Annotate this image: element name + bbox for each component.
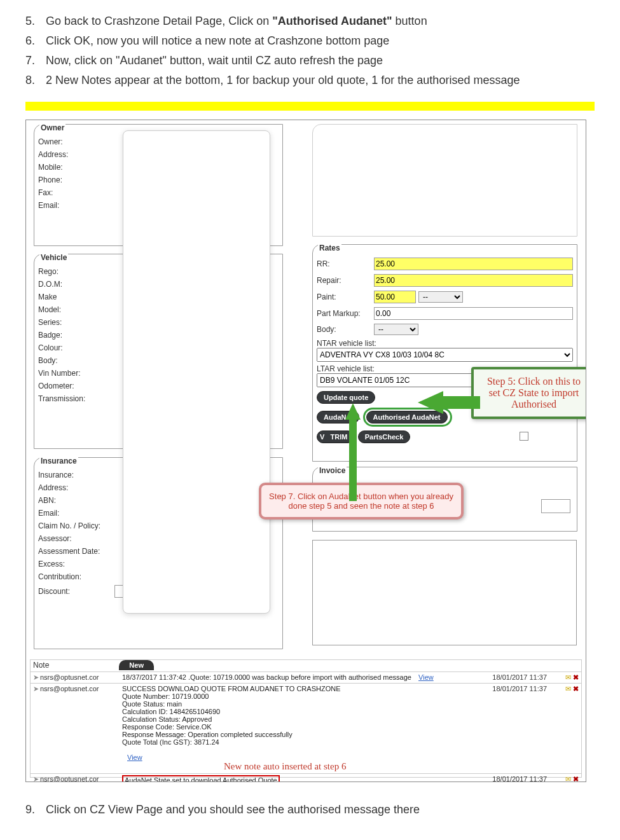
callout-step-7: Step 7. Click on AudaNet button when you… <box>259 483 464 520</box>
step-9-text: Click on CZ View Page and you should see… <box>46 801 595 818</box>
note-3-msg: AudaNet State set to download Authorised… <box>125 776 277 782</box>
vehicle-label-colour: Colour: <box>38 343 114 352</box>
rates-ntar-select[interactable]: ADVENTRA VY CX8 10/03 10/04 8C <box>317 348 573 362</box>
mail-icon[interactable]: ✉ <box>565 685 571 692</box>
rates-paint-input[interactable] <box>374 291 416 303</box>
rates-label-markup: Part Markup: <box>317 309 374 318</box>
rates-repair-input[interactable] <box>374 274 573 287</box>
note-row-3: ➤nsrs@optusnet.cor AudaNet State set to … <box>31 773 581 782</box>
note-2-email: nsrs@optusnet.cor <box>40 685 99 692</box>
insurance-label-contribution: Contribution: <box>38 572 114 581</box>
crashzone-screenshot: Owner Owner: Address: Mobile: Phone: Fax… <box>25 120 586 782</box>
floating-white-card <box>123 130 270 614</box>
vehicle-label-body: Body: <box>38 356 114 365</box>
arrow-step-7 <box>345 403 361 420</box>
delete-icon[interactable]: ✖ <box>573 775 579 782</box>
owner-label-fax: Fax: <box>38 188 114 197</box>
insurance-label-email: Email: <box>38 509 114 518</box>
vehicle-label-dom: D.O.M: <box>38 280 114 289</box>
rates-label-repair: Repair: <box>317 276 374 285</box>
insurance-label-insurance: Insurance: <box>38 471 114 479</box>
rates-label-paint: Paint: <box>317 293 374 301</box>
note-2-view-link[interactable]: View <box>127 754 142 761</box>
chevron-right-icon: ➤ <box>33 775 39 782</box>
instruction-steps-after: 9. Click on CZ View Page and you should … <box>25 801 595 818</box>
note-3-email: nsrs@optusnet.cor <box>40 775 99 782</box>
rates-label-body: Body: <box>317 325 374 334</box>
invoice-small-input[interactable] <box>541 499 570 513</box>
rates-paint-select[interactable]: -- <box>418 291 463 303</box>
partscheck-button[interactable]: PartsCheck <box>358 430 411 443</box>
note-title: Note <box>33 661 49 670</box>
notes-textarea[interactable] <box>312 540 577 645</box>
rates-label-rr: RR: <box>317 259 374 268</box>
note-1-msg: 18/37/2017 11:37:42 .Quote: 10719.0000 w… <box>122 673 411 681</box>
mail-icon[interactable]: ✉ <box>565 775 571 782</box>
step-9-num: 9. <box>25 801 46 818</box>
red-insert-annotation: New note auto inserted at step 6 <box>224 761 346 771</box>
rates-label-ntar: NTAR vehicle list: <box>317 339 573 348</box>
arrow-step-5 <box>418 391 443 414</box>
owner-label-mobile: Mobile: <box>38 163 114 172</box>
note-1-view-link[interactable]: View <box>418 673 434 681</box>
insurance-label-adate: Assessment Date: <box>38 547 114 556</box>
note-2-date: 18/01/2017 11:37 <box>471 685 547 692</box>
owner-panel-title: Owner <box>39 123 65 132</box>
insurance-label-claim: Claim No. / Policy: <box>38 521 114 530</box>
note-row-2: ➤nsrs@optusnet.cor SUCCESS DOWNLOAD QUOT… <box>31 683 581 773</box>
rates-checkbox[interactable] <box>520 432 528 441</box>
note-new-button[interactable]: New <box>119 660 154 670</box>
mail-icon[interactable]: ✉ <box>565 673 571 681</box>
rates-markup-input[interactable] <box>374 307 573 320</box>
vehicle-label-badge: Badge: <box>38 331 114 340</box>
rates-panel-title: Rates <box>318 244 341 252</box>
vehicle-panel-title: Vehicle <box>39 253 68 262</box>
owner-label-email: Email: <box>38 201 114 210</box>
chevron-right-icon: ➤ <box>33 673 39 681</box>
owner-label-phone: Phone: <box>38 176 114 184</box>
callout-step-5: Step 5: Click on this to set CZ State to… <box>471 367 586 419</box>
insurance-label-excess: Excess: <box>38 560 114 568</box>
invoice-panel-title: Invoice <box>318 466 347 475</box>
note-1-email: nsrs@optusnet.cor <box>40 673 99 681</box>
note-3-red-highlight: AudaNet State set to download Authorised… <box>122 775 280 782</box>
insurance-label-address: Address: <box>38 483 114 492</box>
note-1-date: 18/01/2017 11:37 <box>471 673 547 681</box>
note-3-date: 18/01/2017 11:37 <box>471 775 547 782</box>
owner-label-address: Address: <box>38 150 114 159</box>
insurance-label-assessor: Assessor: <box>38 534 114 543</box>
delete-icon[interactable]: ✖ <box>573 685 579 692</box>
note-2-msg: SUCCESS DOWNLOAD QUOTE FROM AUDANET TO C… <box>122 685 341 746</box>
step-6-text: Click OK, now you will notice a new note… <box>46 32 595 50</box>
vehicle-label-model: Model: <box>38 305 114 314</box>
delete-icon[interactable]: ✖ <box>573 673 579 681</box>
top-right-panel <box>312 124 577 237</box>
update-quote-button[interactable]: Update quote <box>317 391 375 404</box>
rates-body-select[interactable]: -- <box>374 324 418 335</box>
note-section: Note New ➤nsrs@optusnet.cor 18/37/2017 1… <box>30 659 582 778</box>
step-7-text: Now, click on "Audanet" button, wait unt… <box>46 52 595 69</box>
vehicle-label-odo: Odometer: <box>38 382 114 390</box>
vehicle-label-rego: Rego: <box>38 267 114 276</box>
step-6-num: 6. <box>25 32 46 50</box>
step-8-num: 8. <box>25 72 46 89</box>
step-5-text: Go back to Crashzone Detail Page, Click … <box>46 13 595 30</box>
note-row-1: ➤nsrs@optusnet.cor 18/37/2017 11:37:42 .… <box>31 671 581 683</box>
insurance-panel-title: Insurance <box>39 457 78 465</box>
step-5-num: 5. <box>25 13 46 30</box>
insurance-label-abn: ABN: <box>38 496 114 505</box>
insurance-label-discount: Discount: <box>38 587 114 596</box>
step-8-text: 2 New Notes appear at the bottom, 1 for … <box>46 72 595 89</box>
vehicle-label-vin: Vin Number: <box>38 369 114 378</box>
owner-label-owner: Owner: <box>38 137 114 146</box>
vehicle-label-trans: Transmission: <box>38 394 114 403</box>
instruction-steps: 5. Go back to Crashzone Detail Page, Cli… <box>25 13 595 89</box>
chevron-right-icon: ➤ <box>33 685 39 692</box>
vehicle-label-make: Make <box>38 293 114 301</box>
vehicle-label-series: Series: <box>38 318 114 327</box>
rates-ltar-select[interactable]: DB9 VOLANTE 01/05 12C <box>317 373 481 387</box>
rates-rr-input[interactable] <box>374 258 573 270</box>
step-7-num: 7. <box>25 52 46 69</box>
yellow-highlight-bar <box>25 102 595 111</box>
